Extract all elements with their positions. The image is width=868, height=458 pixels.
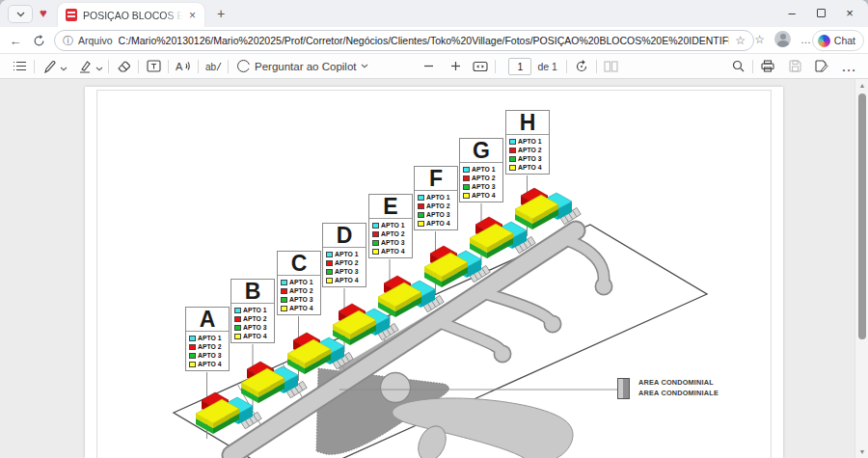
copilot-dropdown-icon[interactable] <box>361 64 368 68</box>
draw-pen-dropdown[interactable] <box>60 58 68 75</box>
apt-legend-row: APTO 3 <box>281 295 318 304</box>
apt-label: APTO 3 <box>289 296 312 303</box>
tab-close-icon[interactable]: × <box>186 9 199 22</box>
area-legend-swatch <box>617 378 630 399</box>
collections-star-icon[interactable]: ☆ <box>754 33 765 46</box>
zoom-in-button[interactable] <box>446 57 465 76</box>
rotate-button[interactable] <box>572 57 591 76</box>
apt-label: APTO 4 <box>426 220 449 227</box>
block-letter: A <box>186 308 229 332</box>
zoom-out-button[interactable] <box>419 57 438 76</box>
apt-legend-row: APTO 1 <box>189 334 227 342</box>
apt-color-swatch <box>281 297 287 303</box>
add-text-button[interactable] <box>144 57 163 76</box>
settings-more-icon[interactable]: … <box>800 34 812 45</box>
apt-label: APTO 1 <box>243 307 266 313</box>
area-legend-line-2: AREA CONDOMINIALE <box>638 388 719 398</box>
area-legend: AREA CONDOMINIAL AREA CONDOMINIALE <box>617 377 719 399</box>
minimize-button[interactable]: – <box>777 1 806 24</box>
highlight-dropdown[interactable] <box>95 58 103 75</box>
ask-copilot-button[interactable]: Perguntar ao Copilot <box>237 60 368 72</box>
block-letter: C <box>278 252 320 276</box>
block-letter: G <box>460 139 502 163</box>
apt-label: APTO 2 <box>472 175 495 181</box>
read-aloud-button[interactable]: A <box>174 57 193 76</box>
apt-color-swatch <box>234 308 241 313</box>
save-button[interactable] <box>785 57 804 76</box>
apt-label: APTO 3 <box>335 268 358 275</box>
apt-color-swatch <box>189 336 196 341</box>
search-button[interactable] <box>728 57 747 76</box>
erase-button[interactable] <box>114 57 133 76</box>
scrollbar-thumb[interactable] <box>858 94 866 339</box>
apt-legend-row: APTO 4 <box>189 360 227 368</box>
page-info-icon[interactable]: ⓘ <box>63 34 73 48</box>
pinned-tab-heart-icon[interactable]: ♥ <box>40 6 47 21</box>
address-field[interactable]: ⓘ Arquivo C:/Mario%20130126/Mario%202025… <box>54 30 754 51</box>
site-plan-drawing <box>96 90 772 458</box>
back-button[interactable]: ← <box>6 31 25 50</box>
translate-button[interactable]: ab <box>203 57 223 76</box>
apt-color-swatch <box>326 252 333 257</box>
fit-to-width-button[interactable] <box>471 57 490 76</box>
pdf-viewer-canvas[interactable]: AAPTO 1APTO 2APTO 3APTO 4BAPTO 1APTO 2AP… <box>0 79 854 458</box>
apt-label: APTO 1 <box>426 194 449 201</box>
apt-legend-row: APTO 2 <box>281 286 318 295</box>
save-as-button[interactable] <box>812 57 831 76</box>
scroll-up-icon[interactable]: ▲ <box>855 79 868 92</box>
apt-legend-row: APTO 2 <box>234 314 272 323</box>
apt-color-swatch <box>326 269 333 275</box>
block-label-C: CAPTO 1APTO 2APTO 3APTO 4 <box>277 251 321 315</box>
page-number-input[interactable]: 1 <box>508 58 531 75</box>
active-tab[interactable]: POSIÇAO BLOCOS E IDENTIFICAÇ × <box>58 3 204 27</box>
scroll-down-icon[interactable]: ▼ <box>855 445 868 458</box>
apt-color-swatch <box>234 334 241 339</box>
apt-legend-row: APTO 1 <box>509 137 547 146</box>
roundabout <box>381 373 411 403</box>
block-letter: F <box>415 167 457 191</box>
refresh-button[interactable] <box>29 31 48 50</box>
apt-label: APTO 4 <box>518 164 541 171</box>
close-button[interactable]: × <box>835 1 864 24</box>
favorite-star-icon[interactable]: ☆ <box>735 34 746 47</box>
apt-legend-row: APTO 2 <box>372 229 410 238</box>
apt-color-swatch <box>372 240 379 246</box>
draw-pen-button[interactable] <box>40 57 59 76</box>
apt-label: APTO 2 <box>289 287 312 294</box>
print-button[interactable] <box>758 57 777 76</box>
vertical-scrollbar[interactable]: ▲ ▼ <box>854 79 868 458</box>
apt-label: APTO 3 <box>426 211 449 218</box>
apt-legend-row: APTO 4 <box>281 304 318 312</box>
apt-label: APTO 2 <box>198 343 221 350</box>
tab-search-button[interactable] <box>8 5 33 23</box>
restore-button[interactable] <box>806 1 835 24</box>
toolbar-more-button[interactable]: … <box>839 57 858 76</box>
highlight-button[interactable] <box>75 57 95 76</box>
apt-legend-row: APTO 3 <box>326 267 364 276</box>
block-label-D: DAPTO 1APTO 2APTO 3APTO 4 <box>322 223 366 287</box>
restore-icon <box>817 9 826 17</box>
chevron-down-icon <box>16 12 25 17</box>
block-letter: H <box>506 111 549 135</box>
url-text: C:/Mario%20130126/Mario%202025/Prof/Corr… <box>119 35 730 46</box>
apt-legend-row: APTO 3 <box>418 210 455 219</box>
pdf-file-icon <box>66 9 77 21</box>
table-of-contents-button[interactable] <box>10 57 29 76</box>
apt-color-swatch <box>189 344 196 350</box>
apt-color-swatch <box>509 148 516 153</box>
block-label-B: BAPTO 1APTO 2APTO 3APTO 4 <box>231 279 275 343</box>
copilot-chat-button[interactable]: Chat <box>812 30 864 51</box>
apt-legend-row: APTO 3 <box>234 323 272 332</box>
page-view-button[interactable] <box>602 57 621 76</box>
apt-legend-row: APTO 4 <box>372 247 410 256</box>
block-letter: B <box>231 280 274 304</box>
apt-color-swatch <box>463 167 470 173</box>
apt-label: APTO 4 <box>198 361 221 367</box>
address-bar-row: ← ⓘ Arquivo C:/Mario%20130126/Mario%2020… <box>0 27 868 54</box>
apt-label: APTO 3 <box>472 183 495 190</box>
apt-color-swatch <box>189 353 196 359</box>
profile-avatar[interactable] <box>774 31 791 47</box>
apt-legend-row: APTO 1 <box>463 165 501 174</box>
apt-label: APTO 1 <box>198 335 221 341</box>
new-tab-button[interactable]: + <box>212 6 230 23</box>
